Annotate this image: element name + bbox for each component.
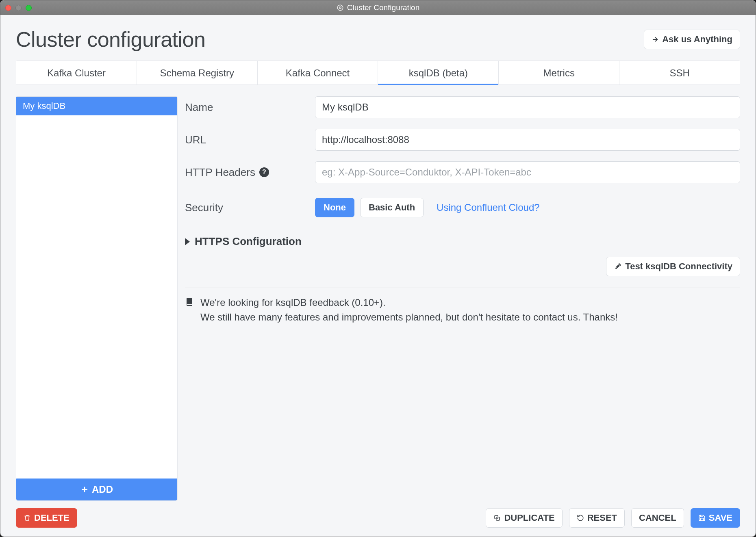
plug-icon [614, 262, 622, 271]
header: Cluster configuration Ask us Anything [16, 27, 740, 52]
https-config-accordion[interactable]: HTTPS Configuration [185, 235, 740, 248]
window-title-text: Cluster Configuration [347, 3, 419, 12]
caret-right-icon [185, 238, 190, 245]
security-basic-auth-button[interactable]: Basic Auth [360, 198, 424, 217]
add-button[interactable]: ADD [16, 479, 177, 500]
https-config-label: HTTPS Configuration [195, 235, 302, 248]
feedback-line1: We're looking for ksqlDB feedback (0.10+… [200, 295, 618, 310]
footer: DELETE DUPLICATE [16, 508, 740, 528]
save-label: SAVE [709, 513, 732, 523]
save-icon [698, 514, 706, 522]
cancel-button[interactable]: CANCEL [631, 508, 684, 528]
page-title: Cluster configuration [16, 27, 205, 52]
ask-us-anything-button[interactable]: Ask us Anything [644, 30, 740, 49]
cancel-label: CANCEL [639, 513, 676, 523]
svg-point-1 [337, 5, 343, 11]
app-icon [337, 4, 344, 11]
security-options: None Basic Auth Using Confluent Cloud? [315, 198, 540, 217]
delete-label: DELETE [34, 513, 70, 523]
tab-kafka-cluster[interactable]: Kafka Cluster [16, 61, 137, 85]
svg-point-0 [339, 7, 341, 9]
maximize-window-button[interactable] [26, 5, 32, 11]
label-security: Security [185, 201, 307, 214]
name-input[interactable] [315, 96, 740, 118]
footer-right: DUPLICATE RESET CANCEL [486, 508, 740, 528]
window: Cluster Configuration Cluster configurat… [0, 0, 756, 537]
duplicate-label: DUPLICATE [504, 513, 554, 523]
label-url: URL [185, 134, 307, 146]
row-url: URL [185, 129, 740, 151]
ask-us-anything-label: Ask us Anything [662, 34, 732, 45]
test-row: Test ksqlDB Connectivity [185, 257, 740, 276]
feedback-note: We're looking for ksqlDB feedback (0.10+… [185, 295, 740, 325]
sidebar: My ksqlDB ADD [16, 96, 178, 501]
sidebar-item-my-ksqldb[interactable]: My ksqlDB [16, 97, 177, 115]
window-controls [5, 5, 32, 11]
help-icon[interactable]: ? [259, 167, 269, 177]
row-name: Name [185, 96, 740, 118]
arrow-right-icon [652, 36, 659, 43]
sidebar-item-label: My ksqlDB [23, 101, 65, 111]
row-security: Security None Basic Auth Using Confluent… [185, 198, 740, 217]
row-headers: HTTP Headers ? [185, 161, 740, 183]
plus-icon [80, 485, 89, 494]
test-connectivity-label: Test ksqlDB Connectivity [625, 261, 732, 272]
tab-kafka-connect[interactable]: Kafka Connect [258, 61, 378, 85]
tab-schema-registry[interactable]: Schema Registry [137, 61, 258, 85]
sidebar-list: My ksqlDB [16, 97, 177, 479]
undo-icon [577, 514, 584, 522]
reset-label: RESET [587, 513, 617, 523]
body: My ksqlDB ADD Name [16, 96, 740, 501]
save-button[interactable]: SAVE [691, 508, 740, 528]
label-name: Name [185, 101, 307, 114]
divider [185, 288, 740, 288]
security-none-button[interactable]: None [315, 198, 354, 217]
label-headers: HTTP Headers ? [185, 166, 307, 179]
confluent-cloud-link[interactable]: Using Confluent Cloud? [437, 202, 540, 213]
duplicate-button[interactable]: DUPLICATE [486, 508, 562, 528]
delete-button[interactable]: DELETE [16, 508, 77, 528]
url-input[interactable] [315, 129, 740, 151]
close-window-button[interactable] [5, 5, 11, 11]
trash-icon [24, 514, 31, 522]
content: Cluster configuration Ask us Anything Ka… [0, 15, 756, 537]
tab-ksqldb[interactable]: ksqlDB (beta) [378, 61, 499, 85]
copy-icon [493, 514, 501, 522]
tab-ssh[interactable]: SSH [619, 61, 740, 85]
form: Name URL HTTP Headers ? [185, 96, 740, 501]
book-icon [185, 295, 195, 307]
minimize-window-button[interactable] [15, 5, 22, 11]
headers-input[interactable] [315, 161, 740, 183]
reset-button[interactable]: RESET [569, 508, 625, 528]
test-connectivity-button[interactable]: Test ksqlDB Connectivity [606, 257, 740, 276]
titlebar: Cluster Configuration [0, 0, 756, 15]
feedback-text: We're looking for ksqlDB feedback (0.10+… [200, 295, 618, 325]
tab-metrics[interactable]: Metrics [499, 61, 619, 85]
tabs: Kafka Cluster Schema Registry Kafka Conn… [16, 61, 740, 85]
add-button-label: ADD [92, 484, 113, 495]
feedback-line2: We still have many features and improvem… [200, 310, 618, 325]
window-title: Cluster Configuration [0, 3, 756, 12]
